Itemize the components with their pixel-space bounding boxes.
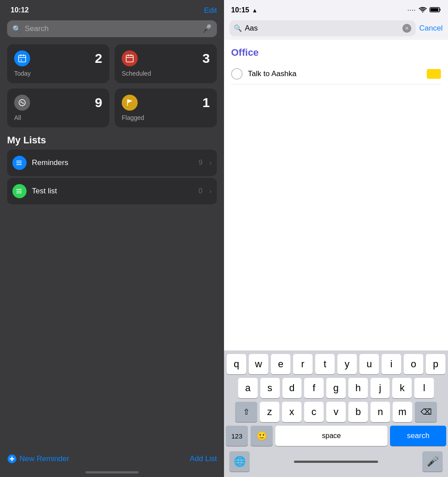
home-indicator-left xyxy=(85,471,139,473)
my-lists-title: My Lists xyxy=(7,135,217,146)
key-d[interactable]: d xyxy=(282,378,302,398)
result-item-0[interactable]: Talk to Aashka xyxy=(231,64,441,85)
flagged-label: Flagged xyxy=(122,114,210,121)
key-z[interactable]: z xyxy=(260,402,279,422)
clear-search-button[interactable]: ✕ xyxy=(402,24,411,33)
backspace-key[interactable]: ⌫ xyxy=(415,402,437,422)
scheduled-card[interactable]: 3 Scheduled xyxy=(115,44,217,83)
key-p[interactable]: p xyxy=(426,354,445,374)
section-title: Office xyxy=(231,47,441,58)
key-q[interactable]: q xyxy=(227,354,246,374)
battery-icon xyxy=(429,7,441,14)
key-l[interactable]: l xyxy=(414,378,434,398)
search-results: Office Talk to Aashka xyxy=(224,40,448,350)
svg-rect-27 xyxy=(431,8,439,11)
smart-lists-grid: 1 2 Today 3 Scheduled xyxy=(7,44,217,127)
time-right: 10:15 xyxy=(231,6,249,14)
all-count: 9 xyxy=(95,95,102,110)
keyboard-row-1: q w e r t y u i o p xyxy=(226,354,446,374)
svg-rect-5 xyxy=(126,55,133,62)
search-input-value[interactable]: Aas xyxy=(245,24,400,33)
keyboard: q w e r t y u i o p a s d f g h j k l ⇧ … xyxy=(224,350,448,477)
svg-rect-8 xyxy=(126,57,133,58)
flagged-icon xyxy=(122,95,138,111)
mic-icon: 🎤 xyxy=(202,24,212,34)
key-k[interactable]: k xyxy=(392,378,412,398)
key-o[interactable]: o xyxy=(404,354,423,374)
key-j[interactable]: j xyxy=(371,378,390,398)
search-key[interactable]: search xyxy=(390,426,446,446)
search-bar-left[interactable]: 🔍 Search 🎤 xyxy=(7,20,217,37)
status-bar-left: 10:12 xyxy=(7,0,217,17)
key-m[interactable]: m xyxy=(393,402,412,422)
key-h[interactable]: h xyxy=(348,378,368,398)
key-g[interactable]: g xyxy=(326,378,346,398)
time-left: 10:12 xyxy=(11,6,29,14)
key-r[interactable]: r xyxy=(293,354,313,374)
today-card[interactable]: 1 2 Today xyxy=(7,44,109,83)
status-bar-right: 10:15 ▲ ···· xyxy=(224,0,448,17)
key-e[interactable]: e xyxy=(271,354,290,374)
reminders-chevron: › xyxy=(209,159,212,166)
flagged-card-header: 1 xyxy=(122,95,210,111)
all-card[interactable]: 9 All xyxy=(7,88,109,127)
scheduled-card-header: 3 xyxy=(122,50,210,66)
search-input-icon: 🔍 xyxy=(234,24,242,32)
search-bar-right: 🔍 Aas ✕ Cancel xyxy=(229,20,443,36)
key-c[interactable]: c xyxy=(304,402,324,422)
key-i[interactable]: i xyxy=(382,354,401,374)
svg-point-15 xyxy=(16,164,17,165)
svg-rect-7 xyxy=(131,54,131,56)
key-a[interactable]: a xyxy=(238,378,258,398)
scheduled-icon xyxy=(122,50,138,66)
add-list-button[interactable]: Add List xyxy=(190,454,217,463)
reminders-count: 9 xyxy=(198,159,202,167)
key-v[interactable]: v xyxy=(326,402,346,422)
numbers-key[interactable]: 123 xyxy=(226,426,248,446)
key-s[interactable]: s xyxy=(260,378,280,398)
emoji-key[interactable]: 🙂 xyxy=(251,426,273,446)
dots-icon: ···· xyxy=(408,8,416,13)
key-w[interactable]: w xyxy=(249,354,268,374)
right-panel: 10:15 ▲ ···· 🔍 xyxy=(224,0,448,477)
svg-rect-3 xyxy=(19,57,26,58)
keyboard-row-2: a s d f g h j k l xyxy=(226,378,446,398)
key-u[interactable]: u xyxy=(359,354,379,374)
testlist-list-item[interactable]: Test list 0 › xyxy=(7,178,217,204)
flagged-card[interactable]: 1 Flagged xyxy=(115,88,217,127)
status-icons-right: ···· xyxy=(408,7,441,14)
key-n[interactable]: n xyxy=(371,402,390,422)
svg-rect-1 xyxy=(20,54,21,56)
edit-button[interactable]: Edit xyxy=(204,6,217,15)
space-key[interactable]: space xyxy=(275,426,387,446)
svg-rect-26 xyxy=(440,9,440,11)
today-card-header: 1 2 xyxy=(14,50,102,66)
new-reminder-button[interactable]: New Reminder xyxy=(7,454,69,464)
result-flag-icon xyxy=(427,69,441,79)
svg-text:1: 1 xyxy=(20,58,22,62)
key-y[interactable]: y xyxy=(337,354,357,374)
cancel-button[interactable]: Cancel xyxy=(419,24,443,33)
left-panel: 10:12 Edit 🔍 Search 🎤 1 2 Today xyxy=(0,0,224,477)
testlist-chevron: › xyxy=(209,188,212,195)
svg-point-19 xyxy=(16,189,17,190)
new-reminder-label: New Reminder xyxy=(19,454,69,463)
keyboard-mic-key[interactable]: 🎤 xyxy=(422,451,443,472)
scheduled-count: 3 xyxy=(202,51,210,66)
svg-rect-6 xyxy=(128,54,129,56)
key-f[interactable]: f xyxy=(304,378,324,398)
reminders-list-item[interactable]: Reminders 9 › xyxy=(7,150,217,176)
key-x[interactable]: x xyxy=(282,402,301,422)
search-input-container[interactable]: 🔍 Aas ✕ xyxy=(229,20,416,36)
all-label: All xyxy=(14,114,102,121)
keyboard-row-3: ⇧ z x c v b n m ⌫ xyxy=(226,402,446,422)
all-icon xyxy=(14,95,30,111)
shift-key[interactable]: ⇧ xyxy=(235,402,257,422)
globe-key[interactable]: 🌐 xyxy=(229,451,250,472)
svg-rect-2 xyxy=(23,54,24,56)
key-t[interactable]: t xyxy=(315,354,335,374)
result-checkbox[interactable] xyxy=(231,68,243,80)
key-b[interactable]: b xyxy=(348,402,368,422)
search-icon: 🔍 xyxy=(12,25,21,33)
today-count: 2 xyxy=(95,51,102,66)
